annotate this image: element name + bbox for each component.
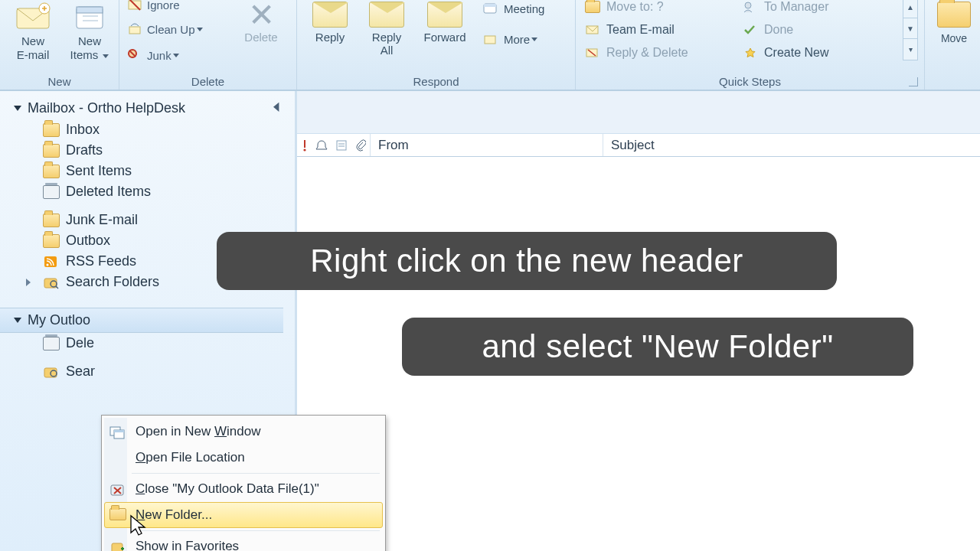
ctx-close-datafile[interactable]: Close "My Outlook Data File(1)" bbox=[104, 476, 383, 502]
favorites-icon bbox=[109, 540, 126, 551]
ribbon-group-quicksteps: Move to: ? To Manager Team E-mail Done R… bbox=[576, 0, 925, 90]
ctx-open-file-location[interactable]: Open File Location bbox=[104, 445, 383, 471]
separator bbox=[132, 473, 380, 474]
icon-column[interactable] bbox=[332, 134, 352, 156]
envelope-icon bbox=[312, 2, 348, 28]
move-button[interactable]: Move bbox=[931, 2, 977, 44]
svg-point-26 bbox=[303, 148, 305, 151]
cleanup-button[interactable]: Clean Up bbox=[127, 21, 203, 37]
dropdown-icon bbox=[197, 28, 203, 31]
create-new-icon bbox=[743, 47, 758, 59]
column-header-row: From Subject bbox=[297, 134, 980, 157]
delete-x-icon: ✕ bbox=[234, 0, 288, 31]
account-header-1[interactable]: Mailbox - Ortho HelpDesk bbox=[0, 97, 295, 119]
svg-rect-36 bbox=[112, 543, 122, 551]
collapse-nav-button[interactable]: ◀ bbox=[273, 99, 279, 113]
folder-icon bbox=[43, 165, 60, 178]
expand-icon[interactable] bbox=[26, 279, 34, 286]
more-icon bbox=[482, 32, 499, 46]
importance-column[interactable] bbox=[297, 134, 312, 156]
folder-icon bbox=[43, 123, 60, 137]
svg-point-15 bbox=[745, 2, 751, 8]
mail-list-header-blank bbox=[297, 91, 980, 134]
forward-button[interactable]: Forward bbox=[418, 0, 472, 44]
svg-point-20 bbox=[47, 263, 49, 266]
envelope-icon bbox=[427, 2, 462, 28]
new-email-button[interactable]: New E-mail bbox=[6, 0, 60, 62]
reminder-column[interactable] bbox=[312, 134, 332, 156]
close-datafile-icon bbox=[109, 482, 126, 497]
more-button[interactable]: More bbox=[482, 32, 544, 46]
tutorial-caption-2: and select "New Folder" bbox=[402, 318, 913, 376]
search-folder-icon bbox=[43, 276, 60, 289]
folder-icon bbox=[43, 214, 60, 227]
quickstep-done[interactable]: Done bbox=[743, 19, 896, 41]
quickstep-teamemail[interactable]: Team E-mail bbox=[585, 19, 738, 41]
svg-rect-32 bbox=[114, 430, 124, 432]
window-icon bbox=[109, 425, 126, 440]
folder-junk[interactable]: Junk E-mail bbox=[0, 210, 295, 230]
team-email-icon bbox=[585, 24, 600, 36]
trash-icon bbox=[43, 337, 60, 350]
meeting-icon bbox=[482, 2, 499, 15]
dropdown-icon bbox=[531, 37, 537, 41]
respond-extra: Meeting More bbox=[482, 2, 544, 52]
rss-icon bbox=[43, 255, 60, 269]
group-label-new: New bbox=[0, 75, 119, 88]
ribbon-group-respond: Reply Reply All Forward Meeting More Res… bbox=[297, 0, 576, 90]
svg-line-23 bbox=[56, 286, 58, 289]
reply-all-button[interactable]: Reply All bbox=[360, 0, 413, 57]
svg-rect-19 bbox=[44, 256, 57, 267]
svg-rect-3 bbox=[77, 7, 103, 13]
cleanup-icon bbox=[127, 21, 142, 37]
svg-rect-8 bbox=[129, 27, 140, 34]
reply-button[interactable]: Reply bbox=[303, 0, 357, 44]
folder-search-2[interactable]: Sear bbox=[0, 361, 295, 382]
junk-icon bbox=[127, 47, 142, 63]
envelope-icon bbox=[14, 2, 52, 31]
ctx-open-new-window[interactable]: Open in New Window bbox=[104, 419, 383, 445]
folder-icon bbox=[43, 144, 60, 158]
quickstep-createnew[interactable]: Create New bbox=[743, 42, 896, 64]
chevron-down-icon bbox=[14, 318, 21, 323]
group-label-respond: Respond bbox=[297, 75, 575, 88]
ignore-icon bbox=[127, 0, 142, 12]
quickstep-replydelete[interactable]: Reply & Delete bbox=[585, 42, 738, 64]
reply-delete-icon bbox=[585, 47, 600, 59]
svg-rect-14 bbox=[485, 36, 495, 44]
folder-icon bbox=[937, 2, 971, 28]
ribbon-group-delete: Ignore Clean Up Junk ✕ Delete Delete bbox=[119, 0, 297, 90]
tutorial-caption-1: Right click on the new header bbox=[217, 232, 837, 290]
ignore-button[interactable]: Ignore bbox=[127, 0, 180, 12]
new-folder-icon bbox=[109, 508, 126, 520]
account-2: My Outloo Dele Sear bbox=[0, 308, 295, 382]
search-folder-icon bbox=[43, 365, 60, 379]
account-header-2[interactable]: My Outloo bbox=[0, 308, 283, 333]
context-menu: Open in New Window Open File Location Cl… bbox=[101, 415, 386, 551]
quickstep-moveto[interactable]: Move to: ? bbox=[585, 0, 738, 18]
new-items-button[interactable]: New Items bbox=[63, 0, 116, 62]
folder-drafts[interactable]: Drafts bbox=[0, 140, 295, 161]
done-icon bbox=[743, 24, 758, 36]
calendar-new-icon bbox=[70, 2, 109, 31]
group-label-quicksteps: Quick Steps bbox=[576, 75, 924, 88]
attachment-column[interactable] bbox=[352, 134, 371, 156]
folder-deleted[interactable]: Deleted Items bbox=[0, 181, 295, 202]
svg-rect-13 bbox=[484, 4, 496, 7]
group-label-delete: Delete bbox=[119, 75, 296, 88]
from-column[interactable]: From bbox=[371, 134, 603, 156]
ribbon-group-move: Move bbox=[925, 0, 980, 90]
quicksteps-scrollbar[interactable]: ▲▼▾ bbox=[903, 0, 918, 60]
folder-inbox[interactable]: Inbox bbox=[0, 119, 295, 140]
dropdown-icon bbox=[103, 54, 109, 58]
folder-deleted-2[interactable]: Dele bbox=[0, 333, 295, 354]
ctx-show-in-favorites[interactable]: Show in Favorites bbox=[104, 533, 383, 551]
meeting-button[interactable]: Meeting bbox=[482, 2, 544, 15]
quickstep-tomanager[interactable]: To Manager bbox=[743, 0, 896, 18]
chevron-down-icon bbox=[14, 106, 21, 111]
subject-column[interactable]: Subject bbox=[603, 134, 980, 156]
folder-sent[interactable]: Sent Items bbox=[0, 161, 295, 181]
ctx-new-folder[interactable]: New Folder... bbox=[104, 502, 383, 528]
junk-button[interactable]: Junk bbox=[127, 47, 179, 63]
delete-button[interactable]: ✕ Delete bbox=[234, 0, 288, 44]
